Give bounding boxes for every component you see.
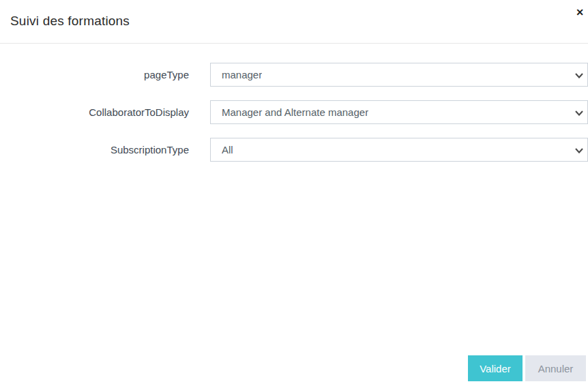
collaborator-to-display-label: CollaboratorToDisplay <box>0 106 189 118</box>
pagetype-select-value: manager <box>222 69 262 80</box>
subscription-type-select[interactable]: All <box>210 138 588 162</box>
collaborator-to-display-select-value: Manager and Alternate manager <box>222 106 368 118</box>
close-icon[interactable]: ✕ <box>572 4 588 20</box>
form-row-pagetype: pageType manager <box>0 63 588 87</box>
subscription-type-select-value: All <box>222 144 233 156</box>
form-row-subscription: SubscriptionType All <box>0 138 588 162</box>
suivi-formations-modal: Suivi des formations ✕ pageType manager … <box>0 0 588 384</box>
chevron-down-icon <box>575 110 583 116</box>
form-row-collaborator: CollaboratorToDisplay Manager and Altern… <box>0 100 588 124</box>
chevron-down-icon <box>575 73 583 78</box>
annuler-button[interactable]: Annuler <box>525 355 586 381</box>
page-title: Suivi des formations <box>10 14 577 29</box>
collaborator-to-display-select[interactable]: Manager and Alternate manager <box>210 100 588 124</box>
pagetype-label: pageType <box>0 69 189 80</box>
subscription-type-label: SubscriptionType <box>0 144 189 156</box>
modal-footer: Valider Annuler <box>468 355 586 381</box>
pagetype-select[interactable]: manager <box>210 63 588 87</box>
modal-header: Suivi des formations ✕ <box>0 0 588 44</box>
modal-body: pageType manager CollaboratorToDisplay M… <box>0 44 588 162</box>
chevron-down-icon <box>575 148 583 153</box>
valider-button[interactable]: Valider <box>468 355 523 381</box>
